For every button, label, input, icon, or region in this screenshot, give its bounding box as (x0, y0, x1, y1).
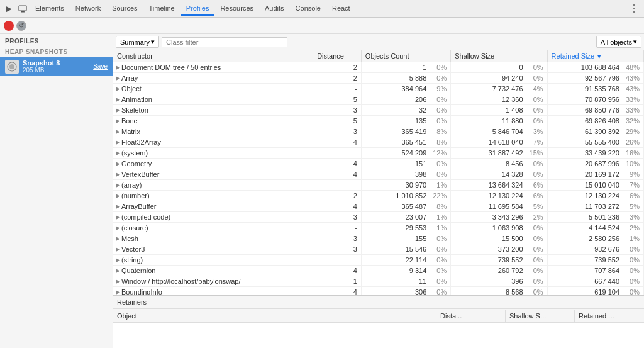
col-header-constructor[interactable]: Constructor (113, 50, 313, 62)
all-objects-button[interactable]: All objects ▾ (596, 36, 641, 48)
table-row[interactable]: ▶ Bone 5 135 0% 11 880 0% 69 826 408 (113, 116, 644, 126)
shallow-pct: 15% (523, 149, 543, 157)
expand-arrow-icon[interactable]: ▶ (116, 278, 120, 284)
expand-arrow-icon[interactable]: ▶ (116, 289, 120, 295)
table-row[interactable]: ▶ (string) - 22 114 0% 739 552 0% 739 (113, 255, 644, 266)
shallow-size-cell: 0 0% (451, 62, 547, 73)
shallow-num: 12 130 224 (455, 192, 523, 199)
objects-count-num: 5 888 (365, 74, 426, 82)
save-button[interactable]: Save (93, 63, 108, 70)
col-header-retained-size[interactable]: Retained Size ▼ (547, 50, 643, 62)
constructor-cell: ▶ (system) (113, 148, 313, 159)
table-row[interactable]: ▶ Quaternion 4 9 314 0% 260 792 0% 707 (113, 266, 644, 276)
expand-arrow-icon[interactable]: ▶ (116, 75, 120, 81)
objects-count-cell: 1 0% (361, 62, 450, 73)
expand-arrow-icon[interactable]: ▶ (116, 128, 120, 135)
table-row[interactable]: ▶ (number) 2 1 010 852 22% 12 130 224 6% (113, 191, 644, 201)
tab-audits[interactable]: Audits (260, 2, 289, 16)
table-row[interactable]: ▶ Document DOM tree / 50 entries 2 1 0% … (113, 62, 644, 73)
col-header-objects-count[interactable]: Objects Count (361, 50, 450, 62)
objects-count-num: 365 487 (365, 203, 426, 210)
expand-arrow-icon[interactable]: ▶ (116, 193, 120, 199)
retained-num: 619 104 (552, 288, 619, 295)
retained-size-cell: 932 676 0% (547, 244, 643, 255)
expand-arrow-icon[interactable]: ▶ (116, 118, 120, 124)
expand-arrow-icon[interactable]: ▶ (116, 96, 120, 103)
table-row[interactable]: ▶ Mesh 3 155 0% 15 500 0% 2 580 256 (113, 233, 644, 244)
shallow-pct: 0% (523, 171, 543, 178)
col-header-shallow-size[interactable]: Shallow Size (451, 50, 547, 62)
retained-size-cell: 20 169 172 9% (547, 169, 643, 180)
expand-arrow-icon[interactable]: ▶ (116, 107, 120, 113)
tab-react[interactable]: React (327, 2, 355, 16)
table-row[interactable]: ▶ (compiled code) 3 23 007 1% 3 343 296 … (113, 212, 644, 223)
cursor-icon[interactable]: ▶ (3, 3, 15, 15)
expand-arrow-icon[interactable]: ▶ (116, 160, 120, 167)
expand-arrow-icon[interactable]: ▶ (116, 182, 120, 188)
constructor-cell: ▶ Window / http://localhost/babylonswap/ (113, 276, 313, 287)
class-filter-input[interactable] (162, 37, 287, 47)
summary-button[interactable]: Summary ▾ (116, 36, 159, 48)
clear-button[interactable]: ↺ (16, 21, 26, 31)
table-row[interactable]: ▶ Vector3 3 15 546 0% 373 200 0% 932 6 (113, 244, 644, 255)
table-row[interactable]: ▶ Skeleton 3 32 0% 1 408 0% 69 850 776 (113, 105, 644, 116)
table-row[interactable]: ▶ Geometry 4 151 0% 8 456 0% 20 687 99 (113, 159, 644, 169)
expand-arrow-icon[interactable]: ▶ (116, 225, 120, 231)
objects-count-cell: 15 546 0% (361, 244, 450, 255)
objects-count-num: 23 007 (365, 213, 426, 221)
expand-arrow-icon[interactable]: ▶ (116, 235, 120, 242)
retained-pct: 43% (619, 85, 640, 93)
retainers-col-shallow: Shallow S... (506, 310, 575, 322)
constructor-cell: ▶ Float32Array (113, 137, 313, 148)
table-row[interactable]: ▶ Animation 5 206 0% 12 360 0% 70 870 (113, 94, 644, 105)
shallow-size-cell: 260 792 0% (451, 266, 547, 276)
shallow-pct: 0% (523, 278, 543, 285)
table-row[interactable]: ▶ BoundingInfo 4 306 0% 8 568 0% 619 1 (113, 287, 644, 296)
expand-arrow-icon[interactable]: ▶ (116, 64, 120, 70)
table-row[interactable]: ▶ VertexBuffer 4 398 0% 14 328 0% 20 1 (113, 169, 644, 180)
device-icon[interactable] (16, 3, 29, 15)
expand-arrow-icon[interactable]: ▶ (116, 214, 120, 220)
tab-profiles[interactable]: Profiles (181, 2, 214, 16)
expand-arrow-icon[interactable]: ▶ (116, 267, 120, 274)
table-row[interactable]: ▶ Float32Array 4 365 451 8% 14 618 040 7… (113, 137, 644, 148)
shallow-pct: 0% (523, 74, 543, 82)
record-button[interactable] (4, 21, 14, 31)
shallow-size-cell: 15 500 0% (451, 233, 547, 244)
objects-count-pct: 0% (426, 256, 447, 264)
table-row[interactable]: ▶ Array 2 5 888 0% 94 240 0% 92 567 79 (113, 73, 644, 84)
tab-sources[interactable]: Sources (107, 2, 142, 16)
expand-arrow-icon[interactable]: ▶ (116, 246, 120, 252)
objects-count-cell: 135 0% (361, 116, 450, 126)
expand-arrow-icon[interactable]: ▶ (116, 171, 120, 177)
table-row[interactable]: ▶ (array) - 30 970 1% 13 664 324 6% 15 (113, 180, 644, 191)
expand-arrow-icon[interactable]: ▶ (116, 86, 120, 92)
expand-arrow-icon[interactable]: ▶ (116, 203, 120, 210)
expand-arrow-icon[interactable]: ▶ (116, 257, 120, 263)
table-row[interactable]: ▶ (closure) - 29 553 1% 1 063 908 0% 4 (113, 223, 644, 233)
expand-arrow-icon[interactable]: ▶ (116, 150, 120, 156)
tab-elements[interactable]: Elements (30, 2, 69, 16)
tab-timeline[interactable]: Timeline (144, 2, 180, 16)
shallow-size-cell: 11 695 584 5% (451, 201, 547, 212)
objects-count-num: 524 209 (365, 149, 426, 157)
table-row[interactable]: ▶ (system) - 524 209 12% 31 887 492 15% (113, 148, 644, 159)
more-options-icon[interactable]: ⋮ (626, 3, 641, 14)
constructor-cell: ▶ Skeleton (113, 105, 313, 116)
tab-console[interactable]: Console (291, 2, 326, 16)
table-row[interactable]: ▶ ArrayBuffer 4 365 487 8% 11 695 584 5% (113, 201, 644, 212)
table-row[interactable]: ▶ Window / http://localhost/babylonswap/… (113, 276, 644, 287)
shallow-pct: 0% (523, 267, 543, 274)
objects-count-pct: 0% (426, 235, 447, 242)
tab-resources[interactable]: Resources (215, 2, 258, 16)
col-header-distance[interactable]: Distance (313, 50, 362, 62)
constructor-cell: ▶ Document DOM tree / 50 entries (113, 62, 313, 73)
retained-num: 20 687 996 (552, 160, 619, 167)
retained-size-cell: 69 826 408 32% (547, 116, 643, 126)
table-row[interactable]: ▶ Object - 384 964 9% 7 732 476 4% 91 (113, 84, 644, 94)
constructor-name: Vector3 (121, 245, 145, 253)
table-row[interactable]: ▶ Matrix 3 365 419 8% 5 846 704 3% 61 (113, 126, 644, 137)
tab-network[interactable]: Network (70, 2, 106, 16)
snapshot-item[interactable]: Snapshot 8 205 MB Save (0, 57, 113, 76)
expand-arrow-icon[interactable]: ▶ (116, 139, 120, 145)
